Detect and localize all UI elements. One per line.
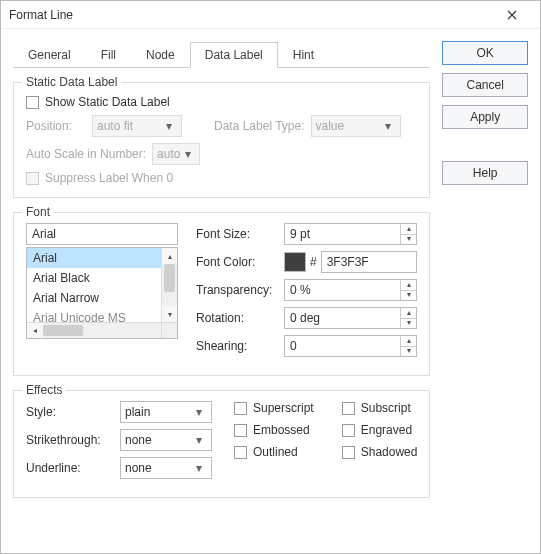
position-value: auto fit: [97, 119, 161, 133]
spin-up-icon[interactable]: ▴: [401, 224, 416, 235]
font-size-label: Font Size:: [196, 227, 278, 241]
checkbox-icon: [342, 424, 355, 437]
auto-scale-combo[interactable]: auto ▾: [152, 143, 200, 165]
embossed-label: Embossed: [253, 423, 310, 437]
titlebar: Format Line: [1, 1, 540, 29]
scroll-up-icon[interactable]: ▴: [162, 248, 177, 264]
superscript-checkbox[interactable]: Superscript: [234, 401, 314, 415]
checkbox-icon: [234, 402, 247, 415]
tab-data-label[interactable]: Data Label: [190, 42, 278, 68]
tab-node[interactable]: Node: [131, 42, 190, 68]
font-size-spinner[interactable]: 9 pt ▴▾: [284, 223, 417, 245]
scroll-down-icon[interactable]: ▾: [162, 306, 177, 322]
underline-label: Underline:: [26, 461, 112, 475]
shearing-label: Shearing:: [196, 339, 278, 353]
tab-hint[interactable]: Hint: [278, 42, 329, 68]
position-combo[interactable]: auto fit ▾: [92, 115, 182, 137]
font-family-list[interactable]: Arial Arial Black Arial Narrow Arial Uni…: [26, 247, 178, 339]
group-effects: Effects Style: plain ▾ Strikethrough:: [13, 390, 430, 498]
checkbox-icon: [234, 446, 247, 459]
cancel-button[interactable]: Cancel: [442, 73, 528, 97]
horizontal-scrollbar[interactable]: ◂ ▸: [27, 322, 177, 338]
spin-up-icon[interactable]: ▴: [401, 308, 416, 319]
list-item[interactable]: Arial: [27, 248, 177, 268]
engraved-checkbox[interactable]: Engraved: [342, 423, 418, 437]
underline-value: none: [125, 461, 191, 475]
font-family-input[interactable]: Arial: [26, 223, 178, 245]
chevron-down-icon: ▾: [380, 119, 396, 133]
style-label: Style:: [26, 405, 112, 419]
font-size-value: 9 pt: [290, 227, 400, 241]
close-button[interactable]: [492, 1, 532, 29]
help-button[interactable]: Help: [442, 161, 528, 185]
auto-scale-label: Auto Scale in Number:: [26, 147, 146, 161]
dialog-window: Format Line General Fill Node Data Label…: [0, 0, 541, 554]
checkbox-icon: [342, 446, 355, 459]
transparency-value: 0 %: [290, 283, 400, 297]
chevron-down-icon: ▾: [191, 461, 207, 475]
font-color-hex-input[interactable]: 3F3F3F: [321, 251, 418, 273]
vertical-scrollbar[interactable]: ▴ ▾: [161, 248, 177, 322]
font-family-input-value: Arial: [32, 227, 56, 241]
spin-down-icon[interactable]: ▾: [401, 291, 416, 301]
subscript-checkbox[interactable]: Subscript: [342, 401, 418, 415]
data-label-type-value: value: [316, 119, 380, 133]
engraved-label: Engraved: [361, 423, 412, 437]
rotation-spinner[interactable]: 0 deg ▴▾: [284, 307, 417, 329]
strikethrough-combo[interactable]: none ▾: [120, 429, 212, 451]
tabstrip: General Fill Node Data Label Hint: [13, 41, 430, 68]
rotation-value: 0 deg: [290, 311, 400, 325]
strikethrough-label: Strikethrough:: [26, 433, 112, 447]
checkbox-icon: [234, 424, 247, 437]
spin-up-icon[interactable]: ▴: [401, 280, 416, 291]
style-combo[interactable]: plain ▾: [120, 401, 212, 423]
show-static-checkbox[interactable]: Show Static Data Label: [26, 95, 170, 109]
scroll-thumb[interactable]: [43, 325, 83, 336]
legend-static: Static Data Label: [22, 75, 121, 89]
embossed-checkbox[interactable]: Embossed: [234, 423, 314, 437]
window-title: Format Line: [9, 8, 492, 22]
tab-general[interactable]: General: [13, 42, 86, 68]
chevron-down-icon: ▾: [161, 119, 177, 133]
outlined-checkbox[interactable]: Outlined: [234, 445, 314, 459]
group-static-data-label: Static Data Label Show Static Data Label…: [13, 82, 430, 198]
spin-down-icon[interactable]: ▾: [401, 347, 416, 357]
tab-fill[interactable]: Fill: [86, 42, 131, 68]
transparency-spinner[interactable]: 0 % ▴▾: [284, 279, 417, 301]
apply-button[interactable]: Apply: [442, 105, 528, 129]
subscript-label: Subscript: [361, 401, 411, 415]
spin-down-icon[interactable]: ▾: [401, 235, 416, 245]
shearing-value: 0: [290, 339, 400, 353]
font-color-swatch[interactable]: [284, 252, 306, 272]
scroll-left-icon[interactable]: ◂: [27, 323, 43, 338]
legend-font: Font: [22, 205, 54, 219]
data-label-type-combo[interactable]: value ▾: [311, 115, 401, 137]
ok-button[interactable]: OK: [442, 41, 528, 65]
list-item[interactable]: Arial Narrow: [27, 288, 177, 308]
outlined-label: Outlined: [253, 445, 298, 459]
strikethrough-value: none: [125, 433, 191, 447]
spin-up-icon[interactable]: ▴: [401, 336, 416, 347]
scroll-track[interactable]: [43, 323, 161, 338]
underline-combo[interactable]: none ▾: [120, 457, 212, 479]
font-color-hex-value: 3F3F3F: [327, 255, 369, 269]
spin-down-icon[interactable]: ▾: [401, 319, 416, 329]
scroll-corner: [161, 322, 177, 338]
chevron-down-icon: ▾: [180, 147, 195, 161]
suppress-label-text: Suppress Label When 0: [45, 171, 173, 185]
shadowed-checkbox[interactable]: Shadowed: [342, 445, 418, 459]
checkbox-icon: [26, 96, 39, 109]
scroll-track[interactable]: [162, 264, 177, 306]
checkbox-icon: [26, 172, 39, 185]
position-label: Position:: [26, 119, 86, 133]
suppress-label-checkbox[interactable]: Suppress Label When 0: [26, 171, 173, 185]
list-item[interactable]: Arial Black: [27, 268, 177, 288]
rotation-label: Rotation:: [196, 311, 278, 325]
style-value: plain: [125, 405, 191, 419]
hash-label: #: [310, 255, 317, 269]
chevron-down-icon: ▾: [191, 405, 207, 419]
scroll-thumb[interactable]: [164, 264, 175, 292]
chevron-down-icon: ▾: [191, 433, 207, 447]
shearing-spinner[interactable]: 0 ▴▾: [284, 335, 417, 357]
font-color-label: Font Color:: [196, 255, 278, 269]
